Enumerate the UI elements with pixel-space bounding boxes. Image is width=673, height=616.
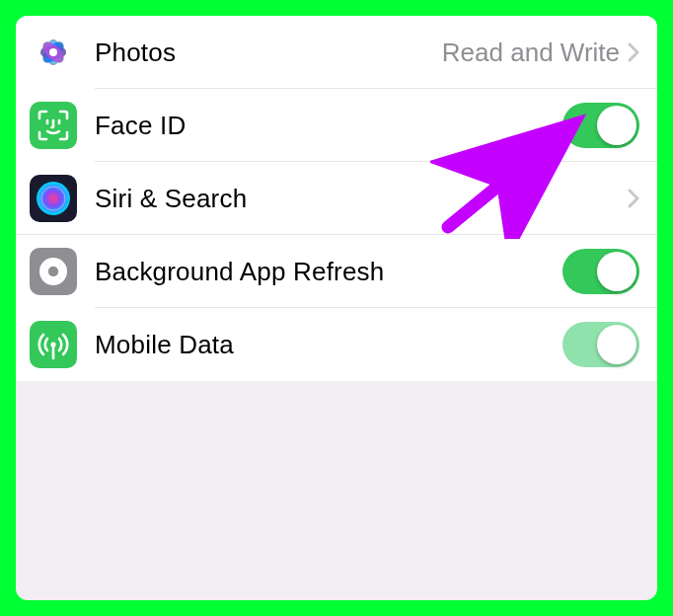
- svg-point-24: [48, 267, 58, 276]
- settings-panel: Photos Read and Write: [16, 16, 657, 600]
- chevron-right-icon: [628, 189, 639, 208]
- siri-icon: [30, 175, 77, 222]
- settings-list: Photos Read and Write: [16, 16, 657, 381]
- photos-icon: [30, 29, 77, 76]
- gear-icon: [30, 248, 77, 295]
- row-detail: Read and Write: [442, 38, 620, 68]
- row-mobile-data[interactable]: Mobile Data: [16, 308, 657, 381]
- row-siri-search[interactable]: Siri & Search: [16, 162, 657, 235]
- row-background-app-refresh[interactable]: Background App Refresh: [16, 235, 657, 308]
- row-label: Background App Refresh: [95, 257, 562, 287]
- row-label: Face ID: [95, 111, 562, 141]
- toggle-knob: [597, 325, 636, 364]
- toggle-knob: [597, 252, 636, 291]
- face-id-toggle[interactable]: [562, 103, 639, 148]
- svg-point-8: [49, 48, 57, 56]
- row-photos[interactable]: Photos Read and Write: [16, 16, 657, 89]
- face-id-icon: [30, 102, 77, 149]
- toggle-knob: [597, 106, 636, 145]
- row-label: Mobile Data: [95, 330, 562, 360]
- chevron-right-icon: [628, 42, 639, 62]
- antenna-icon: [30, 321, 77, 368]
- row-label: Photos: [95, 38, 442, 68]
- background-refresh-toggle[interactable]: [562, 249, 639, 294]
- row-face-id[interactable]: Face ID: [16, 89, 657, 162]
- mobile-data-toggle[interactable]: [562, 322, 639, 367]
- row-label: Siri & Search: [95, 184, 628, 214]
